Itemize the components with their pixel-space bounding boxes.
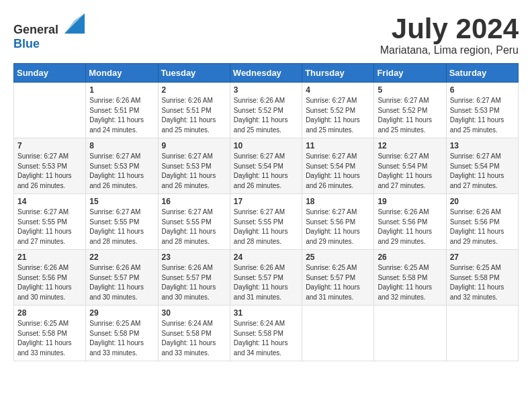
day-info: Sunrise: 6:27 AMSunset: 5:54 PMDaylight:… — [306, 152, 370, 191]
day-cell: 24Sunrise: 6:26 AMSunset: 5:57 PMDayligh… — [230, 250, 302, 306]
day-info: Sunrise: 6:27 AMSunset: 5:54 PMDaylight:… — [234, 152, 298, 191]
day-info: Sunrise: 6:27 AMSunset: 5:52 PMDaylight:… — [306, 96, 370, 135]
day-info: Sunrise: 6:27 AMSunset: 5:53 PMDaylight:… — [89, 152, 154, 191]
day-info: Sunrise: 6:26 AMSunset: 5:57 PMDaylight:… — [89, 263, 154, 302]
day-cell: 19Sunrise: 6:26 AMSunset: 5:56 PMDayligh… — [374, 194, 446, 250]
title-block: July 2024 Mariatana, Lima region, Peru — [380, 13, 519, 56]
day-cell: 25Sunrise: 6:25 AMSunset: 5:57 PMDayligh… — [302, 250, 374, 306]
day-info: Sunrise: 6:26 AMSunset: 5:51 PMDaylight:… — [162, 96, 226, 135]
day-cell: 26Sunrise: 6:25 AMSunset: 5:58 PMDayligh… — [374, 250, 446, 306]
day-info: Sunrise: 6:24 AMSunset: 5:58 PMDaylight:… — [162, 319, 226, 358]
logo-text: General Blue — [13, 13, 85, 51]
day-cell: 11Sunrise: 6:27 AMSunset: 5:54 PMDayligh… — [302, 138, 374, 194]
day-info: Sunrise: 6:26 AMSunset: 5:57 PMDaylight:… — [162, 263, 226, 302]
day-info: Sunrise: 6:27 AMSunset: 5:55 PMDaylight:… — [17, 208, 82, 246]
day-cell: 31Sunrise: 6:24 AMSunset: 5:58 PMDayligh… — [230, 306, 302, 361]
weekday-header-wednesday: Wednesday — [230, 64, 302, 83]
location-title: Mariatana, Lima region, Peru — [380, 44, 519, 56]
day-cell: 2Sunrise: 6:26 AMSunset: 5:51 PMDaylight… — [158, 83, 230, 138]
logo-icon — [64, 13, 85, 34]
day-cell: 16Sunrise: 6:27 AMSunset: 5:55 PMDayligh… — [158, 194, 230, 250]
day-info: Sunrise: 6:26 AMSunset: 5:56 PMDaylight:… — [17, 263, 82, 302]
day-info: Sunrise: 6:27 AMSunset: 5:52 PMDaylight:… — [378, 96, 442, 135]
day-cell: 12Sunrise: 6:27 AMSunset: 5:54 PMDayligh… — [374, 138, 446, 194]
day-cell: 1Sunrise: 6:26 AMSunset: 5:51 PMDaylight… — [86, 83, 158, 138]
week-row-5: 28Sunrise: 6:25 AMSunset: 5:58 PMDayligh… — [14, 306, 519, 361]
day-cell: 27Sunrise: 6:25 AMSunset: 5:58 PMDayligh… — [446, 250, 518, 306]
day-cell: 9Sunrise: 6:27 AMSunset: 5:53 PMDaylight… — [158, 138, 230, 194]
weekday-header-row: SundayMondayTuesdayWednesdayThursdayFrid… — [14, 64, 519, 83]
day-number: 28 — [17, 308, 82, 318]
day-number: 18 — [306, 197, 370, 206]
day-info: Sunrise: 6:27 AMSunset: 5:53 PMDaylight:… — [162, 152, 226, 191]
day-info: Sunrise: 6:27 AMSunset: 5:53 PMDaylight:… — [17, 152, 82, 191]
weekday-header-sunday: Sunday — [14, 64, 86, 83]
day-number: 11 — [306, 141, 370, 150]
logo: General Blue — [13, 13, 85, 51]
day-info: Sunrise: 6:26 AMSunset: 5:51 PMDaylight:… — [89, 96, 154, 135]
day-number: 13 — [450, 141, 515, 150]
day-cell: 13Sunrise: 6:27 AMSunset: 5:54 PMDayligh… — [446, 138, 518, 194]
day-number: 17 — [234, 197, 298, 206]
day-number: 5 — [378, 85, 442, 95]
day-number: 9 — [162, 141, 226, 150]
day-number: 25 — [306, 253, 370, 262]
day-info: Sunrise: 6:24 AMSunset: 5:58 PMDaylight:… — [234, 319, 298, 358]
day-number: 24 — [234, 253, 298, 262]
day-info: Sunrise: 6:27 AMSunset: 5:54 PMDaylight:… — [378, 152, 442, 191]
day-info: Sunrise: 6:25 AMSunset: 5:58 PMDaylight:… — [378, 263, 442, 302]
page-header: General Blue July 2024 Mariatana, Lima r… — [13, 13, 519, 56]
week-row-4: 21Sunrise: 6:26 AMSunset: 5:56 PMDayligh… — [14, 250, 519, 306]
week-row-3: 14Sunrise: 6:27 AMSunset: 5:55 PMDayligh… — [14, 194, 519, 250]
day-cell: 8Sunrise: 6:27 AMSunset: 5:53 PMDaylight… — [86, 138, 158, 194]
day-number: 21 — [17, 253, 82, 262]
logo-blue: Blue — [13, 37, 40, 50]
day-info: Sunrise: 6:25 AMSunset: 5:58 PMDaylight:… — [17, 319, 82, 358]
day-number: 8 — [89, 141, 154, 150]
day-number: 23 — [162, 253, 226, 262]
day-cell — [446, 306, 518, 361]
day-cell — [14, 83, 86, 138]
day-cell: 28Sunrise: 6:25 AMSunset: 5:58 PMDayligh… — [14, 306, 86, 361]
day-info: Sunrise: 6:27 AMSunset: 5:55 PMDaylight:… — [89, 208, 154, 246]
day-info: Sunrise: 6:27 AMSunset: 5:53 PMDaylight:… — [450, 96, 515, 135]
day-info: Sunrise: 6:26 AMSunset: 5:56 PMDaylight:… — [378, 208, 442, 246]
day-number: 14 — [17, 197, 82, 206]
month-title: July 2024 — [380, 13, 519, 44]
day-number: 16 — [162, 197, 226, 206]
day-cell: 22Sunrise: 6:26 AMSunset: 5:57 PMDayligh… — [86, 250, 158, 306]
day-cell: 6Sunrise: 6:27 AMSunset: 5:53 PMDaylight… — [446, 83, 518, 138]
day-number: 27 — [450, 253, 515, 262]
day-number: 4 — [306, 85, 370, 95]
day-cell — [302, 306, 374, 361]
day-cell: 10Sunrise: 6:27 AMSunset: 5:54 PMDayligh… — [230, 138, 302, 194]
day-number: 10 — [234, 141, 298, 150]
weekday-header-saturday: Saturday — [446, 64, 518, 83]
day-number: 2 — [162, 85, 226, 95]
day-cell: 4Sunrise: 6:27 AMSunset: 5:52 PMDaylight… — [302, 83, 374, 138]
weekday-header-thursday: Thursday — [302, 64, 374, 83]
day-number: 15 — [89, 197, 154, 206]
weekday-header-friday: Friday — [374, 64, 446, 83]
logo-general: General — [13, 23, 58, 36]
day-cell: 7Sunrise: 6:27 AMSunset: 5:53 PMDaylight… — [14, 138, 86, 194]
day-cell: 5Sunrise: 6:27 AMSunset: 5:52 PMDaylight… — [374, 83, 446, 138]
day-info: Sunrise: 6:25 AMSunset: 5:58 PMDaylight:… — [89, 319, 154, 358]
week-row-2: 7Sunrise: 6:27 AMSunset: 5:53 PMDaylight… — [14, 138, 519, 194]
day-cell: 14Sunrise: 6:27 AMSunset: 5:55 PMDayligh… — [14, 194, 86, 250]
day-number: 31 — [234, 308, 298, 318]
day-info: Sunrise: 6:26 AMSunset: 5:57 PMDaylight:… — [234, 263, 298, 302]
day-number: 7 — [17, 141, 82, 150]
weekday-header-tuesday: Tuesday — [158, 64, 230, 83]
day-number: 29 — [89, 308, 154, 318]
day-info: Sunrise: 6:27 AMSunset: 5:55 PMDaylight:… — [162, 208, 226, 246]
day-info: Sunrise: 6:25 AMSunset: 5:58 PMDaylight:… — [450, 263, 515, 302]
day-number: 19 — [378, 197, 442, 206]
day-cell: 20Sunrise: 6:26 AMSunset: 5:56 PMDayligh… — [446, 194, 518, 250]
day-number: 12 — [378, 141, 442, 150]
day-number: 6 — [450, 85, 515, 95]
day-info: Sunrise: 6:27 AMSunset: 5:56 PMDaylight:… — [306, 208, 370, 246]
calendar-table: SundayMondayTuesdayWednesdayThursdayFrid… — [13, 63, 519, 361]
day-cell: 3Sunrise: 6:26 AMSunset: 5:52 PMDaylight… — [230, 83, 302, 138]
day-cell: 29Sunrise: 6:25 AMSunset: 5:58 PMDayligh… — [86, 306, 158, 361]
